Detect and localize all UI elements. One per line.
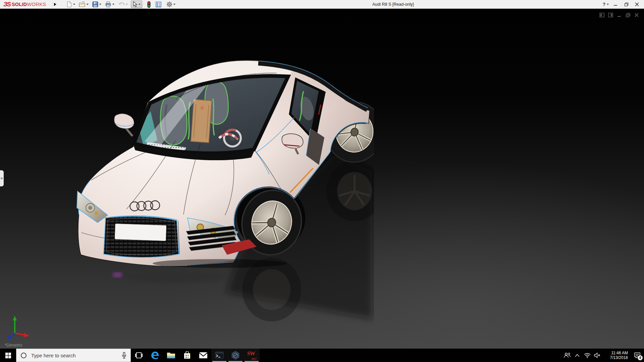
new-document-button[interactable] [66, 1, 76, 8]
search-placeholder: Type here to search [31, 353, 76, 358]
select-tool-button[interactable] [131, 1, 142, 8]
doc-restore-icon[interactable] [626, 13, 631, 17]
document-title: Audi R8 S [Read-only] [372, 0, 414, 9]
taskbar-apps: SW 2017 [131, 349, 260, 362]
sw-letters: SW [247, 351, 255, 357]
solidworks-2017-icon: SW 2017 [247, 351, 256, 360]
clock-time: 11:46 AM [604, 351, 628, 355]
system-tray: 11:46 AM 7/13/2018 4 [562, 349, 644, 362]
task-view-icon [135, 352, 143, 358]
close-icon [635, 2, 639, 6]
minimize-icon [613, 2, 618, 6]
edge-icon [151, 351, 159, 360]
hexagon-app-icon [231, 351, 240, 360]
solidworks-taskbar-button[interactable]: SW 2017 [244, 349, 260, 362]
solidworks-logo: ЗS SOLIDWORKS [3, 0, 46, 9]
cortana-icon [21, 353, 26, 358]
settings-dropdown-caret[interactable] [173, 4, 175, 5]
solidworks-window: ЗS SOLIDWORKS [0, 0, 644, 362]
print-button[interactable] [104, 1, 115, 8]
mail-button[interactable] [195, 349, 211, 362]
start-button[interactable] [0, 349, 16, 362]
brand-solid: SOLID [12, 2, 27, 7]
wifi-icon[interactable] [582, 349, 592, 362]
edge-button[interactable] [147, 349, 163, 362]
new-document-icon [66, 1, 72, 7]
license-plate [115, 224, 166, 241]
settings-button[interactable] [166, 1, 176, 8]
help-caret [607, 4, 609, 5]
flyout-arrow-icon [54, 3, 56, 6]
traffic-light-icon [147, 1, 151, 8]
help-button[interactable]: ? [602, 1, 609, 8]
graphics-viewport[interactable]: *Dimetric [0, 9, 644, 349]
menu-flyout-button[interactable] [52, 1, 58, 8]
pane-right-icon[interactable] [608, 13, 613, 17]
store-icon [183, 351, 191, 359]
app-window-controls: ? [602, 0, 641, 9]
orientation-triad[interactable] [6, 314, 32, 341]
clock-date: 7/13/2018 [604, 355, 628, 360]
print-dropdown-caret[interactable] [112, 4, 114, 5]
store-button[interactable] [179, 349, 195, 362]
windows-logo-icon [5, 353, 11, 358]
new-dropdown-caret[interactable] [73, 4, 75, 5]
close-button[interactable] [633, 1, 641, 8]
taskbar-search-box[interactable]: Type here to search [16, 349, 131, 362]
task-view-button[interactable] [131, 349, 147, 362]
clock[interactable]: 11:46 AM 7/13/2018 [604, 351, 628, 360]
title-bar: ЗS SOLIDWORKS [0, 0, 644, 9]
options-list-button[interactable] [155, 1, 162, 8]
action-center-button[interactable]: 4 [631, 349, 644, 362]
select-dropdown-caret[interactable] [139, 4, 141, 5]
open-button[interactable] [78, 1, 89, 8]
people-icon[interactable] [562, 349, 572, 362]
volume-muted-icon[interactable] [592, 349, 602, 362]
collapsed-pane-tab[interactable] [0, 170, 4, 186]
select-cursor-icon [132, 1, 138, 7]
undo-button[interactable] [117, 1, 128, 8]
hexagon-app-button[interactable] [227, 349, 244, 362]
file-explorer-icon [167, 352, 175, 359]
file-explorer-button[interactable] [163, 349, 179, 362]
minimize-button[interactable] [611, 1, 620, 8]
ds-logo-glyph: ЗS [3, 1, 10, 8]
undo-icon [118, 1, 125, 7]
tray-overflow-chevron[interactable] [572, 349, 582, 362]
view-orientation-label: *Dimetric [5, 343, 22, 348]
brand-works: WORKS [27, 2, 46, 7]
pane-tab-dot [1, 177, 3, 179]
windows-taskbar: Type here to search [0, 349, 644, 362]
left-mirror [114, 114, 134, 136]
command-prompt-icon [215, 352, 224, 359]
mail-icon [199, 352, 208, 359]
microphone-icon[interactable] [122, 352, 126, 359]
undo-dropdown-caret[interactable] [126, 4, 128, 5]
restore-button[interactable] [622, 1, 631, 8]
y-axis-arrow [13, 316, 17, 320]
stop-go-button[interactable] [147, 1, 151, 8]
print-icon [105, 1, 111, 7]
doc-minimize-icon[interactable] [617, 13, 622, 17]
quick-access-toolbar [66, 0, 178, 9]
list-form-icon [156, 2, 161, 7]
pane-left-icon[interactable] [599, 13, 604, 17]
notification-badge: 4 [638, 355, 643, 360]
front-grille [104, 216, 179, 257]
save-dropdown-caret[interactable] [99, 4, 101, 5]
doc-close-icon[interactable] [634, 13, 639, 17]
open-folder-icon [79, 1, 86, 7]
save-floppy-icon [92, 1, 98, 7]
model-audi-r8[interactable] [75, 58, 374, 349]
open-dropdown-caret[interactable] [87, 4, 89, 5]
document-window-controls [599, 13, 639, 17]
sw-year: 2017 [251, 358, 257, 360]
save-button[interactable] [92, 1, 102, 8]
restore-icon [624, 2, 629, 6]
help-label: ? [603, 2, 606, 7]
command-prompt-button[interactable] [211, 349, 227, 362]
gear-icon [166, 1, 172, 7]
x-axis-arrow [23, 333, 30, 337]
